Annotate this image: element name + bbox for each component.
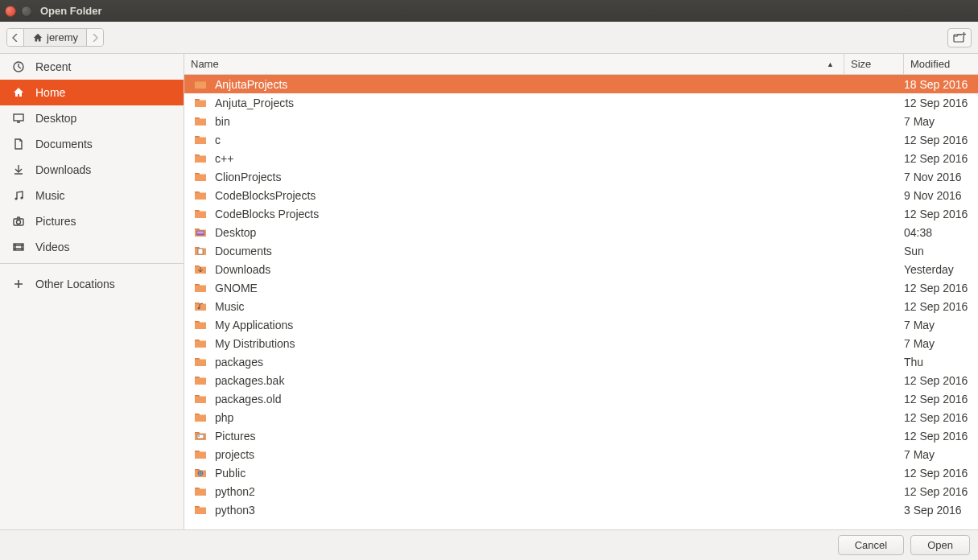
file-modified: 12 Sep 2016 <box>904 208 978 220</box>
file-modified: Yesterday <box>904 263 978 276</box>
cancel-button[interactable]: Cancel <box>838 535 904 555</box>
file-name: Music <box>215 300 844 313</box>
home-icon <box>32 32 43 43</box>
folder-icon <box>191 153 210 163</box>
file-name: Pictures <box>215 430 844 443</box>
svg-rect-10 <box>197 232 204 234</box>
file-list[interactable]: AnjutaProjects18 Sep 2016Anjuta_Projects… <box>184 75 978 529</box>
close-window-button[interactable] <box>5 6 16 17</box>
plus-icon <box>11 277 26 291</box>
file-name: Public <box>215 467 844 480</box>
column-header-size[interactable]: Size <box>844 54 904 74</box>
file-modified: 12 Sep 2016 <box>904 300 978 313</box>
column-size-label: Size <box>851 58 871 70</box>
sidebar-item-home[interactable]: Home <box>0 80 184 105</box>
file-row[interactable]: packagesThu <box>184 352 978 371</box>
file-name: Downloads <box>215 263 844 276</box>
file-modified: 18 Sep 2016 <box>904 78 978 91</box>
file-row[interactable]: projects7 May <box>184 445 978 463</box>
column-modified-label: Modified <box>910 58 950 70</box>
sidebar-item-label: Home <box>35 86 65 99</box>
file-modified: 7 May <box>904 319 978 331</box>
file-name: My Applications <box>215 319 844 331</box>
file-row[interactable]: c++12 Sep 2016 <box>184 149 978 167</box>
file-row[interactable]: Anjuta_Projects12 Sep 2016 <box>184 93 978 112</box>
column-header-modified[interactable]: Modified <box>904 54 978 74</box>
file-name: packages <box>215 356 844 369</box>
file-name: GNOME <box>215 282 844 294</box>
sidebar-item-label: Music <box>35 189 65 202</box>
file-modified: 12 Sep 2016 <box>904 485 978 498</box>
file-row[interactable]: c12 Sep 2016 <box>184 130 978 149</box>
file-row[interactable]: php12 Sep 2016 <box>184 408 978 426</box>
column-name-label: Name <box>191 58 219 70</box>
file-modified: 12 Sep 2016 <box>904 374 978 387</box>
file-modified: 7 May <box>904 448 978 461</box>
sidebar-item-documents[interactable]: Documents <box>0 131 184 157</box>
window-buttons <box>5 6 32 17</box>
sidebar-item-desktop[interactable]: Desktop <box>0 105 184 131</box>
folder-icon <box>191 375 210 385</box>
file-row[interactable]: Music12 Sep 2016 <box>184 297 978 315</box>
svg-point-14 <box>198 435 200 437</box>
sidebar-item-label: Documents <box>35 138 93 150</box>
file-row[interactable]: python212 Sep 2016 <box>184 482 978 500</box>
download-icon <box>11 163 26 177</box>
file-row[interactable]: packages.bak12 Sep 2016 <box>184 371 978 389</box>
sidebar-item-pictures[interactable]: Pictures <box>0 208 184 234</box>
sort-ascending-icon: ▲ <box>827 60 834 68</box>
file-row[interactable]: My Distributions7 May <box>184 334 978 352</box>
file-row[interactable]: Desktop04:38 <box>184 223 978 241</box>
folder-icon <box>191 504 210 515</box>
folder-icon <box>191 486 210 496</box>
new-folder-icon <box>953 32 966 43</box>
file-row[interactable]: CodeBlocksProjects9 Nov 2016 <box>184 186 978 204</box>
sidebar-item-other-locations[interactable]: Other Locations <box>0 271 184 297</box>
music-icon <box>11 188 26 203</box>
file-modified: 12 Sep 2016 <box>904 411 978 424</box>
minimize-window-button[interactable] <box>21 6 32 17</box>
chevron-left-icon <box>12 34 19 42</box>
file-row[interactable]: bin7 May <box>184 112 978 130</box>
sidebar-item-downloads[interactable]: Downloads <box>0 157 184 183</box>
file-row[interactable]: packages.old12 Sep 2016 <box>184 389 978 408</box>
file-name: c <box>215 134 844 146</box>
file-modified: 12 Sep 2016 <box>904 467 978 480</box>
breadcrumb-back-button[interactable] <box>7 29 24 46</box>
folder-icon <box>191 467 210 478</box>
file-row[interactable]: AnjutaProjects18 Sep 2016 <box>184 75 978 93</box>
file-modified: 12 Sep 2016 <box>904 97 978 109</box>
file-row[interactable]: python33 Sep 2016 <box>184 500 978 519</box>
breadcrumb-forward-button[interactable] <box>87 29 103 46</box>
file-modified: 7 Nov 2016 <box>904 171 978 183</box>
column-header-name[interactable]: Name ▲ <box>184 54 844 74</box>
open-button[interactable]: Open <box>910 535 970 555</box>
file-row[interactable]: My Applications7 May <box>184 315 978 334</box>
sidebar-item-label: Pictures <box>35 215 76 228</box>
file-row[interactable]: ClionProjects7 Nov 2016 <box>184 167 978 186</box>
file-row[interactable]: GNOME12 Sep 2016 <box>184 278 978 297</box>
file-modified: 12 Sep 2016 <box>904 393 978 406</box>
new-folder-button[interactable] <box>947 28 972 47</box>
file-name: Anjuta_Projects <box>215 97 844 109</box>
titlebar: Open Folder <box>0 0 978 22</box>
file-modified: 3 Sep 2016 <box>904 504 978 517</box>
svg-rect-13 <box>197 434 204 439</box>
folder-icon <box>191 190 210 200</box>
video-icon <box>11 240 26 254</box>
footer: Cancel Open <box>0 529 978 560</box>
file-row[interactable]: Public12 Sep 2016 <box>184 463 978 482</box>
file-row[interactable]: Pictures12 Sep 2016 <box>184 426 978 445</box>
file-row[interactable]: CodeBlocks Projects12 Sep 2016 <box>184 204 978 223</box>
sidebar-item-recent[interactable]: Recent <box>0 54 184 80</box>
file-row[interactable]: DocumentsSun <box>184 241 978 260</box>
camera-icon <box>11 214 26 229</box>
folder-icon <box>191 412 210 422</box>
sidebar-item-label: Videos <box>35 241 70 253</box>
breadcrumb-home[interactable]: jeremy <box>24 29 87 46</box>
file-row[interactable]: DownloadsYesterday <box>184 260 978 278</box>
folder-icon <box>191 319 210 330</box>
sidebar-item-music[interactable]: Music <box>0 183 184 208</box>
sidebar-item-videos[interactable]: Videos <box>0 234 184 260</box>
folder-icon <box>191 97 210 108</box>
